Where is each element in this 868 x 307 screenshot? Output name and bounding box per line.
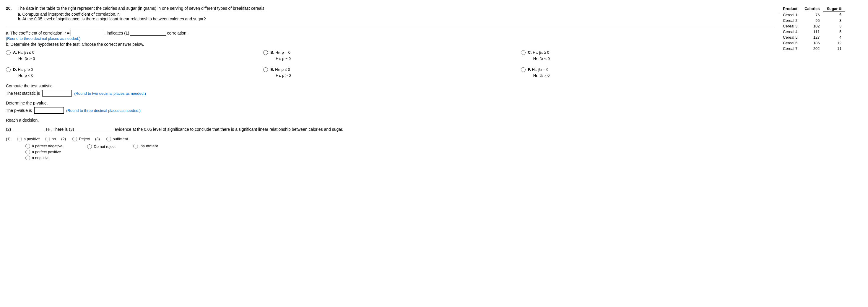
hypothesis-option-E[interactable]: E. H₀: ρ ≤ 0 H₁: ρ > 0	[263, 67, 516, 79]
radio-do-not-reject[interactable]	[87, 144, 92, 149]
correlation-blank	[130, 30, 166, 36]
indicates-text: , indicates (1)	[104, 31, 129, 35]
a-negative-label: a negative	[32, 156, 50, 160]
part-b-label: b.	[18, 16, 21, 21]
col-calories: Calories	[801, 6, 823, 12]
cell-product: Cereal 7	[779, 46, 801, 52]
part-b-hyp-header: b. Determine the hypotheses for the test…	[6, 42, 144, 47]
conclusion-blank2	[12, 127, 44, 132]
option-insufficient[interactable]: insufficient	[133, 143, 158, 148]
table-row: Cereal 41115	[779, 29, 845, 35]
a-positive-label: a positive	[24, 137, 40, 141]
radio-perfect-positive[interactable]	[25, 150, 30, 155]
col-sugar: Sugar ⊟	[823, 6, 845, 12]
option-label-3: (3)	[95, 137, 100, 141]
radio-sufficient[interactable]	[106, 137, 111, 141]
cell-product: Cereal 4	[779, 29, 801, 35]
radio-D[interactable]	[6, 67, 11, 72]
radio-insufficient[interactable]	[133, 144, 138, 148]
option-label-2: (2)	[61, 137, 66, 141]
option-reject[interactable]: Reject	[72, 136, 90, 141]
table-row: Cereal 51274	[779, 35, 845, 40]
do-not-reject-label: Do not reject	[94, 144, 116, 149]
correlation-suffix: correlation.	[167, 31, 187, 35]
hypothesis-option-C[interactable]: C. H₀: β₁ ≥ 0 H₁: β₁ < 0	[521, 49, 773, 62]
download-icon[interactable]: ⊟	[839, 7, 841, 11]
cell-calories: 111	[801, 29, 823, 35]
perfect-positive-label: a perfect positive	[32, 150, 61, 154]
radio-C[interactable]	[521, 50, 526, 55]
cell-product: Cereal 3	[779, 23, 801, 29]
cell-sugar: 3	[823, 18, 845, 23]
question-text: The data in the table to the right repre…	[18, 6, 773, 11]
part-b-text: At the 0.05 level of significance, is th…	[23, 16, 206, 21]
data-table-container: Product Calories Sugar ⊟ Cereal 1766Cere…	[779, 6, 862, 160]
correlation-input[interactable]	[71, 30, 103, 36]
question-number: 20.	[6, 6, 15, 21]
radio-F[interactable]	[521, 67, 526, 72]
radio-perfect-negative[interactable]	[25, 144, 30, 148]
radio-a-positive[interactable]	[17, 137, 22, 141]
cell-sugar: 12	[823, 40, 845, 46]
test-stat-hint: (Round to two decimal places as needed.)	[74, 91, 146, 96]
option-do-not-reject[interactable]: Do not reject	[87, 144, 116, 149]
option-sufficient[interactable]: sufficient	[106, 136, 128, 141]
hypothesis-option-D[interactable]: D. H₀: ρ ≥ 0 H₁: ρ < 0	[6, 67, 258, 79]
cell-product: Cereal 1	[779, 12, 801, 18]
col-product: Product	[779, 6, 801, 12]
radio-B[interactable]	[263, 50, 268, 55]
cell-sugar: 6	[823, 12, 845, 18]
compute-label: Compute the test statistic.	[6, 83, 773, 88]
perfect-negative-label: a perfect negative	[32, 144, 62, 148]
conclusion-h0: H₀. There is (3)	[46, 127, 74, 132]
option-perfect-positive[interactable]: a perfect positive	[25, 149, 62, 155]
insufficient-label: insufficient	[140, 144, 158, 148]
option-a-negative[interactable]: a negative	[25, 155, 50, 160]
conclusion-blank3	[75, 127, 114, 132]
decision-label: Reach a decision.	[6, 118, 773, 123]
test-stat-prefix: The test statistic is	[6, 91, 40, 96]
part-a-text: Compute and interpret the coefficient of…	[23, 12, 120, 16]
cell-calories: 127	[801, 35, 823, 40]
radio-A[interactable]	[6, 50, 11, 55]
hypothesis-option-A[interactable]: A. H₀: β₁ ≤ 0 H₁: β₁ > 0	[6, 49, 258, 62]
option-perfect-negative[interactable]: a perfect negative	[25, 143, 62, 148]
no-label: no	[52, 137, 56, 141]
pvalue-input[interactable]	[34, 107, 64, 114]
hypothesis-option-B[interactable]: B. H₀: ρ = 0 H₁: ρ ≠ 0	[263, 49, 516, 62]
cell-calories: 76	[801, 12, 823, 18]
conclusion-evidence: evidence at the 0.05 level of significan…	[115, 127, 343, 132]
pvalue-label: Determine the p-value.	[6, 101, 773, 105]
cell-sugar: 5	[823, 29, 845, 35]
table-row: Cereal 618612	[779, 40, 845, 46]
sufficient-label: sufficient	[113, 137, 128, 141]
cell-calories: 95	[801, 18, 823, 23]
table-row: Cereal 720211	[779, 46, 845, 52]
hypothesis-option-F[interactable]: F. H₀: β₀ = 0 H₁: β₀ ≠ 0	[521, 67, 773, 79]
round-hint-a: (Round to three decimal places as needed…	[6, 36, 773, 41]
table-row: Cereal 31023	[779, 23, 845, 29]
option-no[interactable]: no	[45, 136, 56, 141]
cell-sugar: 3	[823, 23, 845, 29]
radio-E[interactable]	[263, 67, 268, 72]
conclusion-num2: (2)	[6, 127, 11, 132]
cell-product: Cereal 5	[779, 35, 801, 40]
cell-calories: 202	[801, 46, 823, 52]
radio-reject[interactable]	[72, 137, 77, 141]
coeff-prefix: a. The coefficient of correlation, r =	[6, 31, 69, 35]
pvalue-prefix: The p-value is	[6, 108, 32, 113]
cell-sugar: 4	[823, 35, 845, 40]
option-a-positive[interactable]: a positive	[17, 136, 40, 141]
part-a-label: a.	[18, 12, 21, 16]
radio-a-negative[interactable]	[25, 156, 30, 160]
cell-calories: 102	[801, 23, 823, 29]
cell-product: Cereal 6	[779, 40, 801, 46]
test-stat-input[interactable]	[42, 90, 72, 97]
cell-sugar: 11	[823, 46, 845, 52]
option-label-1: (1)	[6, 137, 11, 141]
radio-no[interactable]	[45, 137, 50, 141]
cell-product: Cereal 2	[779, 18, 801, 23]
table-row: Cereal 2953	[779, 18, 845, 23]
cell-calories: 186	[801, 40, 823, 46]
table-row: Cereal 1766	[779, 12, 845, 18]
